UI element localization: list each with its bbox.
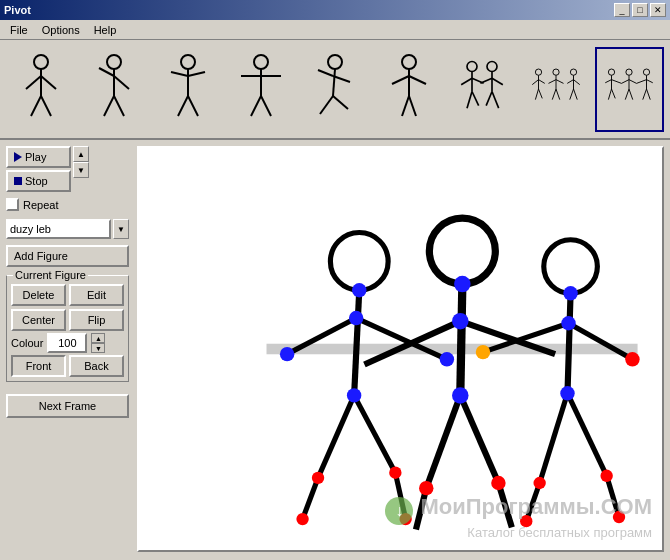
svg-point-24 — [328, 55, 342, 69]
svg-point-36 — [467, 62, 477, 72]
window-controls: _ □ ✕ — [614, 3, 666, 17]
svg-point-60 — [570, 69, 576, 75]
svg-line-26 — [318, 70, 333, 76]
colour-up-button[interactable]: ▲ — [91, 333, 105, 343]
toolbar-figure-2[interactable] — [80, 47, 150, 132]
scroll-down-button[interactable]: ▼ — [73, 162, 89, 178]
figure-dropdown[interactable]: duzy leb — [6, 219, 111, 239]
svg-point-95 — [280, 347, 294, 361]
watermark-icon — [385, 497, 413, 525]
svg-line-9 — [114, 76, 129, 89]
svg-line-45 — [492, 78, 503, 85]
toolbar-figure-6[interactable] — [374, 47, 444, 132]
playback-buttons: Play Stop — [6, 146, 71, 192]
svg-line-4 — [31, 96, 41, 116]
toolbar-figure-1[interactable] — [6, 47, 76, 132]
svg-line-106 — [426, 395, 460, 488]
canvas-area[interactable]: МоиПрограммы.COM Каталог бесплатных прог… — [137, 146, 664, 552]
svg-point-125 — [476, 345, 490, 359]
svg-point-100 — [296, 513, 308, 525]
svg-line-107 — [460, 395, 498, 483]
toolbar-figure-5[interactable] — [300, 47, 370, 132]
svg-line-32 — [392, 76, 409, 84]
svg-point-6 — [107, 55, 121, 69]
colour-spin: ▲ ▼ — [91, 333, 105, 353]
svg-point-110 — [454, 276, 470, 292]
animation-canvas — [139, 148, 662, 550]
svg-point-97 — [347, 388, 361, 402]
svg-line-74 — [622, 80, 630, 84]
main-area: Play Stop ▲ ▼ Repeat duzy leb ▼ — [0, 140, 670, 558]
flip-button[interactable]: Flip — [69, 309, 124, 331]
toolbar-figure-4[interactable] — [227, 47, 297, 132]
svg-line-29 — [333, 96, 348, 109]
svg-point-114 — [491, 476, 505, 490]
back-button[interactable]: Back — [69, 355, 124, 377]
svg-point-112 — [452, 387, 468, 403]
close-button[interactable]: ✕ — [650, 3, 666, 17]
left-panel: Play Stop ▲ ▼ Repeat duzy leb ▼ — [0, 140, 135, 558]
svg-line-3 — [41, 76, 56, 89]
scroll-up-button[interactable]: ▲ — [73, 146, 89, 162]
svg-point-66 — [609, 69, 615, 75]
svg-line-23 — [261, 96, 271, 116]
toolbar — [0, 40, 670, 140]
dropdown-arrow-icon[interactable]: ▼ — [113, 219, 129, 239]
center-button[interactable]: Center — [11, 309, 66, 331]
svg-point-128 — [533, 477, 545, 489]
svg-line-10 — [104, 96, 114, 116]
svg-line-119 — [540, 393, 568, 483]
svg-line-14 — [171, 72, 188, 76]
svg-line-116 — [567, 293, 570, 393]
svg-line-2 — [26, 76, 41, 89]
svg-point-85 — [330, 233, 388, 291]
stop-icon — [14, 177, 22, 185]
svg-line-58 — [552, 89, 556, 100]
svg-point-115 — [544, 240, 598, 294]
watermark-site: МоиПрограммы.COM — [420, 494, 652, 519]
svg-point-126 — [625, 352, 639, 366]
svg-line-52 — [535, 89, 538, 100]
minimize-button[interactable]: _ — [614, 3, 630, 17]
front-back-row: Front Back — [11, 355, 124, 377]
svg-point-93 — [352, 283, 366, 297]
toolbar-figure-3[interactable] — [153, 47, 223, 132]
front-button[interactable]: Front — [11, 355, 66, 377]
svg-point-30 — [402, 55, 416, 69]
next-frame-button[interactable]: Next Frame — [6, 394, 129, 418]
svg-line-50 — [532, 80, 538, 85]
svg-line-76 — [626, 89, 630, 100]
svg-line-81 — [647, 80, 653, 83]
svg-line-91 — [303, 478, 318, 519]
menu-help[interactable]: Help — [88, 22, 123, 38]
figure-controls-grid: Delete Edit Center Flip — [11, 284, 124, 331]
play-button[interactable]: Play — [6, 146, 71, 168]
svg-point-127 — [560, 386, 574, 400]
svg-point-12 — [181, 55, 195, 69]
current-figure-group: Current Figure Delete Edit Center Flip C… — [6, 275, 129, 382]
svg-line-25 — [333, 69, 335, 96]
add-figure-button[interactable]: Add Figure — [6, 245, 129, 267]
colour-input[interactable] — [47, 333, 87, 353]
toolbar-figure-8[interactable] — [521, 47, 591, 132]
edit-button[interactable]: Edit — [69, 284, 124, 306]
svg-line-57 — [556, 80, 564, 84]
maximize-button[interactable]: □ — [632, 3, 648, 17]
svg-point-123 — [563, 286, 577, 300]
repeat-checkbox[interactable] — [6, 198, 19, 211]
toolbar-figure-9[interactable] — [595, 47, 665, 132]
svg-line-68 — [606, 80, 612, 83]
svg-line-44 — [480, 78, 492, 83]
colour-down-button[interactable]: ▼ — [91, 343, 105, 353]
scroll-buttons: ▲ ▼ — [73, 146, 89, 178]
repeat-label: Repeat — [23, 199, 58, 211]
toolbar-figure-7[interactable] — [447, 47, 517, 132]
stop-button[interactable]: Stop — [6, 170, 71, 192]
svg-line-65 — [573, 89, 577, 100]
delete-button[interactable]: Delete — [11, 284, 66, 306]
svg-line-77 — [629, 89, 633, 100]
svg-line-27 — [333, 76, 350, 82]
menu-options[interactable]: Options — [36, 22, 86, 38]
svg-line-35 — [409, 96, 416, 116]
menu-file[interactable]: File — [4, 22, 34, 38]
